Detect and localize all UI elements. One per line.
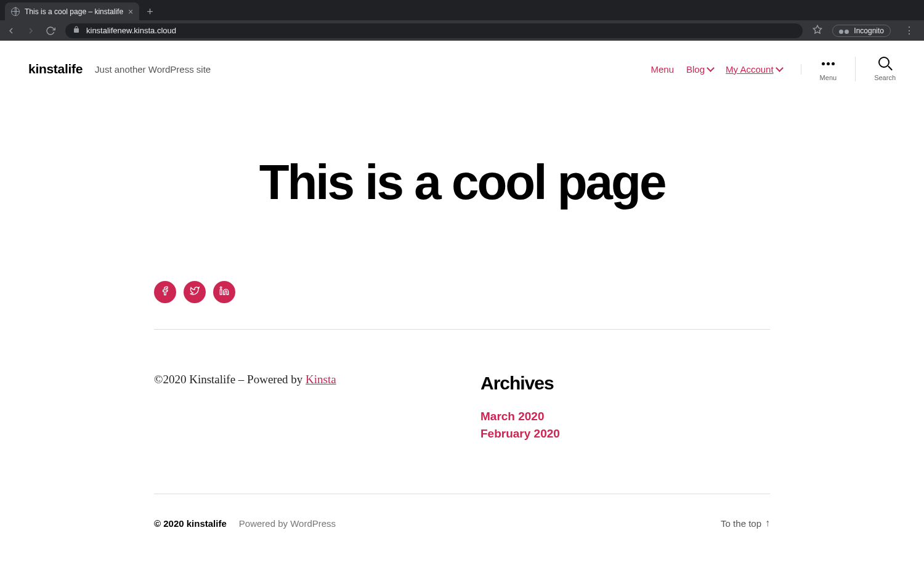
page: kinstalife Just another WordPress site M… [0,41,924,560]
browser-address-bar: kinstalifenew.kinsta.cloud Incognito ⋮ [0,20,924,41]
nav-menu[interactable]: Menu [651,64,675,75]
footer-widget-archives: Archives March 2020 February 2020 [480,373,770,444]
search-toggle-button[interactable]: Search [856,57,896,81]
tab-title: This is a cool page – kinstalife [25,7,123,16]
svg-rect-1 [220,290,222,295]
url-text: kinstalifenew.kinsta.cloud [86,26,176,35]
menu-toggle-button[interactable]: Menu [801,57,856,81]
nav-my-account-label: My Account [726,64,774,75]
nav-blog-label: Blog [686,64,705,75]
archive-link[interactable]: March 2020 [480,410,770,423]
browser-tab-active[interactable]: This is a cool page – kinstalife × [5,2,139,20]
site-header: kinstalife Just another WordPress site M… [0,41,924,97]
primary-nav: Menu Blog My Account [651,64,801,75]
footer-widget-copyright: ©2020 Kinstalife – Powered by Kinsta [154,373,444,444]
chevron-down-icon [777,64,782,75]
chevron-down-icon [708,64,713,75]
forward-button[interactable] [26,26,36,36]
linkedin-icon [219,286,229,298]
powered-by-link[interactable]: Powered by WordPress [239,518,336,529]
content-container: ©2020 Kinstalife – Powered by Kinsta Arc… [154,281,770,560]
lock-icon [73,26,80,35]
incognito-label: Incognito [854,26,884,35]
twitter-link[interactable] [184,281,206,303]
page-title: This is a cool page [12,158,912,207]
footer-widgets: ©2020 Kinstalife – Powered by Kinsta Arc… [154,330,770,494]
svg-marker-0 [814,25,822,33]
three-dots-icon [822,57,835,70]
reload-button[interactable] [46,26,55,36]
close-tab-icon[interactable]: × [128,7,133,17]
facebook-icon [160,286,170,298]
archive-link[interactable]: February 2020 [480,427,770,441]
archives-heading: Archives [480,373,770,394]
search-icon [878,57,892,70]
site-tagline: Just another WordPress site [95,64,211,75]
linkedin-link[interactable] [213,281,235,303]
footer-copyright: © 2020 kinstalife [154,518,227,529]
svg-point-2 [220,287,222,288]
nav-blog[interactable]: Blog [686,64,713,75]
menu-toggle-label: Menu [820,74,837,81]
to-top-button[interactable]: To the top [721,518,770,529]
hero: This is a cool page [0,97,924,281]
bookmark-star-icon[interactable] [813,25,822,37]
browser-tab-strip: This is a cool page – kinstalife × + [0,0,924,20]
header-right: Menu Blog My Account Menu Search [651,57,896,81]
copyright-prefix: ©2020 Kinstalife – Powered by [154,373,306,386]
url-field[interactable]: kinstalifenew.kinsta.cloud [65,23,803,38]
copyright-line: ©2020 Kinstalife – Powered by Kinsta [154,373,444,386]
arrow-up-icon [765,518,770,529]
facebook-link[interactable] [154,281,176,303]
footer-site-link[interactable]: kinstalife [187,518,227,529]
new-tab-button[interactable]: + [139,3,161,20]
kinsta-link[interactable]: Kinsta [306,373,336,386]
nav-my-account[interactable]: My Account [726,64,782,75]
to-top-label: To the top [721,518,761,529]
browser-menu-button[interactable]: ⋮ [901,25,918,36]
twitter-icon [190,286,200,298]
globe-icon [11,7,20,16]
search-toggle-label: Search [874,74,896,81]
incognito-icon [839,28,849,34]
site-title[interactable]: kinstalife [28,62,83,76]
social-links [154,281,770,330]
incognito-badge: Incognito [832,25,891,37]
back-button[interactable] [6,26,16,36]
site-footer: © 2020 kinstalife Powered by WordPress T… [154,494,770,560]
